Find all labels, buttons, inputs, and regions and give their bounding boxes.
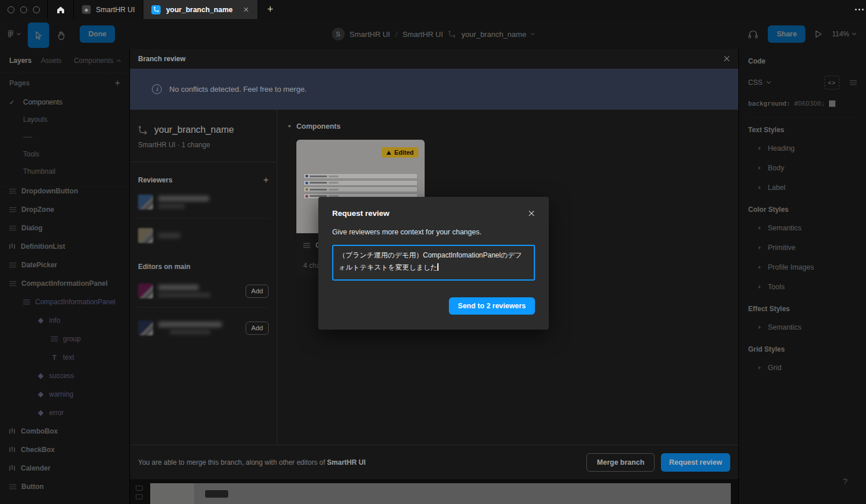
- text-caret: [437, 263, 438, 271]
- window-zoom-button[interactable]: [33, 6, 40, 13]
- window-close-button[interactable]: [8, 6, 14, 13]
- home-button[interactable]: [47, 0, 74, 19]
- home-icon: [56, 5, 65, 14]
- window-controls[interactable]: [0, 0, 47, 19]
- review-context-textarea[interactable]: （ブランチ運用のデモ用）CompactInfomationPanelのデフォルト…: [332, 245, 535, 281]
- figma-file-icon: ◆: [82, 5, 91, 14]
- tab-close-icon[interactable]: [243, 7, 249, 13]
- close-icon[interactable]: [528, 210, 535, 217]
- branch-icon: [151, 5, 161, 14]
- send-to-reviewers-button[interactable]: Send to 2 reviewers: [449, 297, 535, 315]
- tab-your-branch-name[interactable]: your_branch_name: [143, 0, 258, 19]
- dialog-title: Request review: [332, 209, 389, 218]
- tab-smarthr-ui[interactable]: ◆ SmartHR UI: [74, 0, 143, 19]
- tab-label: SmartHR UI: [96, 6, 135, 14]
- dialog-subtitle: Give reviewers more context for your cha…: [332, 228, 535, 236]
- new-tab-button[interactable]: +: [258, 0, 283, 19]
- request-review-dialog: Request review Give reviewers more conte…: [318, 197, 549, 330]
- window-minimize-button[interactable]: [20, 6, 27, 13]
- textarea-value: （ブランチ運用のデモ用）CompactInfomationPanelのデフォルト…: [339, 251, 522, 271]
- window-tab-bar: ◆ SmartHR UI your_branch_name +: [0, 0, 866, 19]
- tab-label: your_branch_name: [166, 6, 232, 14]
- more-options-icon[interactable]: [855, 9, 857, 10]
